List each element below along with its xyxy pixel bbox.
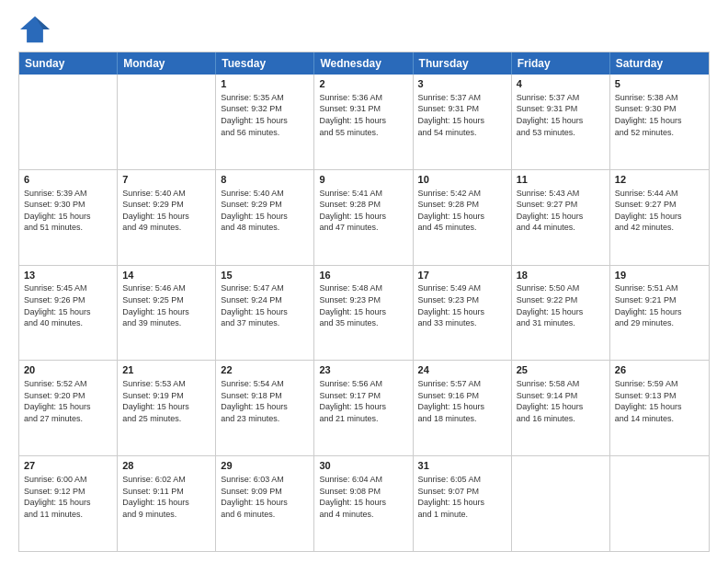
day-number: 28 — [122, 459, 210, 473]
calendar-week-2: 6Sunrise: 5:39 AM Sunset: 9:30 PM Daylig… — [19, 169, 709, 265]
day-info: Sunrise: 5:40 AM Sunset: 9:29 PM Dayligh… — [221, 188, 309, 234]
calendar-cell: 25Sunrise: 5:58 AM Sunset: 9:14 PM Dayli… — [512, 361, 610, 455]
calendar-body: 1Sunrise: 5:35 AM Sunset: 9:32 PM Daylig… — [19, 75, 709, 551]
day-header-monday: Monday — [118, 52, 216, 75]
calendar-cell: 11Sunrise: 5:43 AM Sunset: 9:27 PM Dayli… — [512, 170, 610, 265]
day-number: 29 — [221, 459, 309, 473]
day-info: Sunrise: 5:45 AM Sunset: 9:26 PM Dayligh… — [24, 282, 112, 328]
calendar-cell: 1Sunrise: 5:35 AM Sunset: 9:32 PM Daylig… — [216, 75, 314, 169]
calendar-week-5: 27Sunrise: 6:00 AM Sunset: 9:12 PM Dayli… — [19, 455, 709, 551]
calendar-cell: 21Sunrise: 5:53 AM Sunset: 9:19 PM Dayli… — [118, 361, 216, 455]
day-number: 13 — [24, 269, 112, 282]
day-number: 3 — [418, 77, 506, 91]
calendar-cell: 10Sunrise: 5:42 AM Sunset: 9:28 PM Dayli… — [414, 170, 512, 265]
calendar-cell: 20Sunrise: 5:52 AM Sunset: 9:20 PM Dayli… — [19, 361, 118, 455]
calendar-cell: 4Sunrise: 5:37 AM Sunset: 9:31 PM Daylig… — [512, 75, 610, 169]
day-header-friday: Friday — [512, 52, 610, 75]
day-number: 27 — [24, 459, 112, 473]
day-info: Sunrise: 6:03 AM Sunset: 9:09 PM Dayligh… — [221, 474, 309, 520]
day-number: 16 — [319, 269, 407, 282]
calendar-cell: 31Sunrise: 6:05 AM Sunset: 9:07 PM Dayli… — [414, 456, 512, 551]
day-number: 1 — [221, 77, 309, 91]
calendar-cell — [610, 456, 709, 551]
calendar-week-4: 20Sunrise: 5:52 AM Sunset: 9:20 PM Dayli… — [19, 360, 709, 455]
logo-icon — [18, 15, 51, 44]
calendar-cell: 26Sunrise: 5:59 AM Sunset: 9:13 PM Dayli… — [610, 361, 709, 455]
logo — [18, 15, 55, 44]
calendar-week-3: 13Sunrise: 5:45 AM Sunset: 9:26 PM Dayli… — [19, 265, 709, 361]
calendar-cell: 14Sunrise: 5:46 AM Sunset: 9:25 PM Dayli… — [118, 266, 216, 361]
day-number: 5 — [615, 77, 704, 91]
day-number: 22 — [221, 363, 309, 377]
day-number: 12 — [615, 173, 704, 187]
calendar-cell: 16Sunrise: 5:48 AM Sunset: 9:23 PM Dayli… — [314, 266, 413, 361]
day-info: Sunrise: 5:59 AM Sunset: 9:13 PM Dayligh… — [615, 378, 704, 424]
calendar-cell: 5Sunrise: 5:38 AM Sunset: 9:30 PM Daylig… — [610, 75, 709, 169]
day-number: 10 — [418, 173, 506, 187]
day-info: Sunrise: 5:50 AM Sunset: 9:22 PM Dayligh… — [517, 282, 605, 328]
day-info: Sunrise: 5:52 AM Sunset: 9:20 PM Dayligh… — [24, 378, 112, 424]
calendar-cell: 17Sunrise: 5:49 AM Sunset: 9:23 PM Dayli… — [414, 266, 512, 361]
day-number: 8 — [221, 173, 309, 187]
day-info: Sunrise: 5:53 AM Sunset: 9:19 PM Dayligh… — [122, 378, 210, 424]
calendar-cell: 9Sunrise: 5:41 AM Sunset: 9:28 PM Daylig… — [314, 170, 413, 265]
page: SundayMondayTuesdayWednesdayThursdayFrid… — [0, 0, 728, 563]
calendar-cell: 23Sunrise: 5:56 AM Sunset: 9:17 PM Dayli… — [314, 361, 413, 455]
calendar-cell: 13Sunrise: 5:45 AM Sunset: 9:26 PM Dayli… — [19, 266, 118, 361]
calendar-cell: 27Sunrise: 6:00 AM Sunset: 9:12 PM Dayli… — [19, 456, 118, 551]
day-number: 25 — [517, 363, 605, 377]
calendar-cell: 24Sunrise: 5:57 AM Sunset: 9:16 PM Dayli… — [414, 361, 512, 455]
calendar-cell — [19, 75, 118, 169]
day-number: 26 — [615, 363, 704, 377]
day-info: Sunrise: 5:41 AM Sunset: 9:28 PM Dayligh… — [319, 188, 407, 234]
day-info: Sunrise: 5:57 AM Sunset: 9:16 PM Dayligh… — [418, 378, 506, 424]
calendar-week-1: 1Sunrise: 5:35 AM Sunset: 9:32 PM Daylig… — [19, 75, 709, 169]
day-info: Sunrise: 5:38 AM Sunset: 9:30 PM Dayligh… — [615, 92, 704, 138]
day-number: 18 — [517, 269, 605, 282]
day-info: Sunrise: 5:42 AM Sunset: 9:28 PM Dayligh… — [418, 188, 506, 234]
day-info: Sunrise: 5:36 AM Sunset: 9:31 PM Dayligh… — [319, 92, 407, 138]
day-info: Sunrise: 5:37 AM Sunset: 9:31 PM Dayligh… — [517, 92, 605, 138]
day-header-tuesday: Tuesday — [216, 52, 314, 75]
day-number: 4 — [517, 77, 605, 91]
calendar-cell: 15Sunrise: 5:47 AM Sunset: 9:24 PM Dayli… — [216, 266, 314, 361]
calendar-cell — [118, 75, 216, 169]
day-info: Sunrise: 6:04 AM Sunset: 9:08 PM Dayligh… — [319, 474, 407, 520]
day-number: 30 — [319, 459, 407, 473]
calendar-cell: 19Sunrise: 5:51 AM Sunset: 9:21 PM Dayli… — [610, 266, 709, 361]
day-header-wednesday: Wednesday — [314, 52, 413, 75]
day-info: Sunrise: 5:46 AM Sunset: 9:25 PM Dayligh… — [122, 282, 210, 328]
day-info: Sunrise: 5:48 AM Sunset: 9:23 PM Dayligh… — [319, 282, 407, 328]
day-info: Sunrise: 5:58 AM Sunset: 9:14 PM Dayligh… — [517, 378, 605, 424]
day-info: Sunrise: 5:51 AM Sunset: 9:21 PM Dayligh… — [615, 282, 704, 328]
day-number: 17 — [418, 269, 506, 282]
day-number: 24 — [418, 363, 506, 377]
header — [18, 15, 710, 44]
day-number: 9 — [319, 173, 407, 187]
day-info: Sunrise: 6:00 AM Sunset: 9:12 PM Dayligh… — [24, 474, 112, 520]
day-number: 15 — [221, 269, 309, 282]
calendar: SundayMondayTuesdayWednesdayThursdayFrid… — [18, 52, 710, 552]
calendar-cell — [512, 456, 610, 551]
calendar-cell: 7Sunrise: 5:40 AM Sunset: 9:29 PM Daylig… — [118, 170, 216, 265]
day-number: 14 — [122, 269, 210, 282]
day-header-sunday: Sunday — [19, 52, 118, 75]
day-info: Sunrise: 5:35 AM Sunset: 9:32 PM Dayligh… — [221, 92, 309, 138]
calendar-header-row: SundayMondayTuesdayWednesdayThursdayFrid… — [19, 52, 709, 75]
day-number: 7 — [122, 173, 210, 187]
calendar-cell: 3Sunrise: 5:37 AM Sunset: 9:31 PM Daylig… — [414, 75, 512, 169]
calendar-cell: 28Sunrise: 6:02 AM Sunset: 9:11 PM Dayli… — [118, 456, 216, 551]
calendar-cell: 12Sunrise: 5:44 AM Sunset: 9:27 PM Dayli… — [610, 170, 709, 265]
calendar-cell: 18Sunrise: 5:50 AM Sunset: 9:22 PM Dayli… — [512, 266, 610, 361]
day-info: Sunrise: 5:47 AM Sunset: 9:24 PM Dayligh… — [221, 282, 309, 328]
calendar-cell: 6Sunrise: 5:39 AM Sunset: 9:30 PM Daylig… — [19, 170, 118, 265]
day-info: Sunrise: 5:56 AM Sunset: 9:17 PM Dayligh… — [319, 378, 407, 424]
day-info: Sunrise: 5:40 AM Sunset: 9:29 PM Dayligh… — [122, 188, 210, 234]
day-info: Sunrise: 5:43 AM Sunset: 9:27 PM Dayligh… — [517, 188, 605, 234]
day-number: 19 — [615, 269, 704, 282]
day-info: Sunrise: 5:37 AM Sunset: 9:31 PM Dayligh… — [418, 92, 506, 138]
calendar-cell: 30Sunrise: 6:04 AM Sunset: 9:08 PM Dayli… — [314, 456, 413, 551]
day-number: 21 — [122, 363, 210, 377]
day-info: Sunrise: 6:02 AM Sunset: 9:11 PM Dayligh… — [122, 474, 210, 520]
calendar-cell: 2Sunrise: 5:36 AM Sunset: 9:31 PM Daylig… — [314, 75, 413, 169]
